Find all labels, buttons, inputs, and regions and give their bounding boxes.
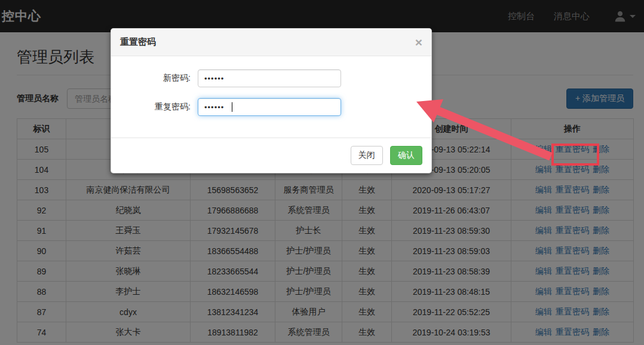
new-password-input[interactable] <box>198 69 341 87</box>
repeat-password-label: 重复密码: <box>120 102 198 112</box>
modal-header: 重置密码 × <box>111 29 431 56</box>
app-root: 控中心 控制台 消息中心 管理员列表 管理员名称 + 添加管理员 <box>0 0 644 343</box>
new-password-label: 新密码: <box>120 73 198 84</box>
close-button[interactable]: 关闭 <box>351 146 383 165</box>
repeat-password-row: 重复密码: <box>120 98 422 116</box>
repeat-password-input[interactable] <box>198 98 341 116</box>
text-cursor <box>232 102 232 112</box>
confirm-button[interactable]: 确认 <box>390 146 422 165</box>
modal-title: 重置密码 <box>120 36 156 48</box>
reset-password-modal: 重置密码 × 新密码: 重复密码: 关闭 确认 <box>111 28 432 173</box>
modal-footer: 关闭 确认 <box>111 138 431 173</box>
new-password-row: 新密码: <box>120 69 422 87</box>
modal-body: 新密码: 重复密码: <box>111 56 431 129</box>
close-icon[interactable]: × <box>415 36 422 48</box>
